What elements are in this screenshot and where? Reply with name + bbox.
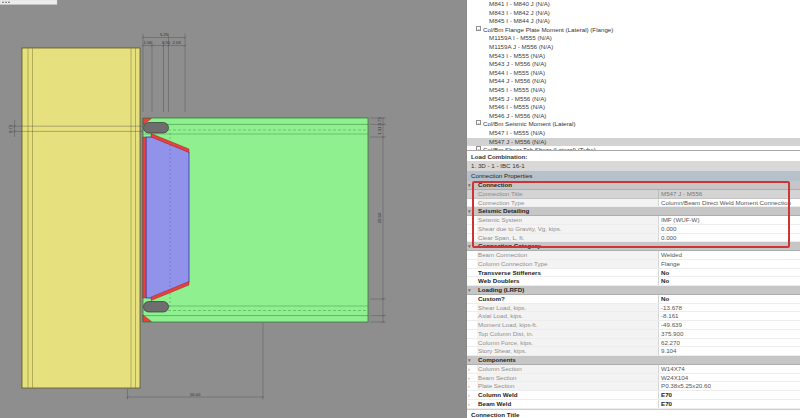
tree-leaf-row[interactable]: M1159A I - M555 (N/A)	[467, 34, 800, 43]
section-header-label: Connection	[477, 181, 512, 189]
tree-leaf-row[interactable]: M547 J - M556 (N/A)	[467, 138, 800, 147]
property-row: Shear due to Gravity, Vg, kips.0.000	[467, 225, 800, 234]
connection-app-window: 5.25 1.06 0.50 2.06 0.75 0.75 1.31 20.60…	[0, 0, 800, 418]
property-value[interactable]: 9.104	[658, 347, 800, 355]
tree-leaf-row[interactable]: M544 J - M556 (N/A)	[467, 77, 800, 86]
property-row: Connection TypeColumn/Beam Direct Weld M…	[467, 199, 800, 208]
dim-right-flange-label: 0.75	[377, 117, 382, 126]
property-value[interactable]: Column/Beam Direct Weld Moment Connectio…	[658, 199, 800, 207]
drawing-toolbar-handle[interactable]	[0, 0, 57, 5]
weld-access-hole-bottom[interactable]	[144, 302, 169, 313]
tree-row-label: Col/Bm Seismic Moment (Lateral)	[483, 120, 576, 127]
tree-leaf-row[interactable]: M545 I - M555 (N/A)	[467, 86, 800, 95]
tree-leaf-row[interactable]: M545 J - M556 (N/A)	[467, 95, 800, 104]
property-value[interactable]: E70	[658, 391, 800, 399]
property-value[interactable]: No	[658, 269, 800, 277]
tree-group-row[interactable]: -Col/Bm Flange Plate Moment (Lateral) (F…	[467, 26, 800, 35]
property-label: Column Section	[477, 365, 658, 373]
dim-right-plate-label: 20.60	[377, 212, 382, 223]
property-row: ›Beam WeldE70	[467, 400, 800, 409]
row-gutter	[467, 269, 477, 277]
load-combination-value[interactable]: 1. 3D - 1 - IBC 16-1	[467, 161, 800, 171]
tree-row-label: M545 J - M556 (N/A)	[489, 95, 546, 102]
row-expand-icon: ›	[467, 374, 477, 382]
property-value[interactable]: No	[658, 277, 800, 285]
tree-leaf-row[interactable]: M1159A J - M556 (N/A)	[467, 43, 800, 52]
tree-row-label: M544 J - M556 (N/A)	[489, 77, 546, 84]
row-gutter	[467, 304, 477, 312]
property-label: Transverse Stiffeners	[477, 269, 658, 277]
property-row: ›Column SectionW14X74	[467, 365, 800, 374]
collapse-minus-icon[interactable]: -	[476, 26, 481, 31]
grip-dots-icon	[2, 1, 4, 3]
connection-elevation-svg: 5.25 1.06 0.50 2.06 0.75 0.75 1.31 20.60…	[0, 0, 466, 418]
property-label: Connection Type	[477, 199, 658, 207]
column-member[interactable]	[22, 48, 140, 388]
tree-row-label: M1159A J - M556 (N/A)	[489, 43, 553, 50]
property-row: Beam ConnectionWelded	[467, 251, 800, 260]
row-gutter	[467, 216, 477, 224]
property-section-header[interactable]: ▾Connection	[467, 181, 800, 190]
row-gutter	[467, 190, 477, 198]
tree-leaf-row[interactable]: M841 I - M840 J (N/A)	[467, 0, 800, 9]
connection-tree[interactable]: M841 I - M840 J (N/A)M843 I - M842 J (N/…	[467, 0, 800, 150]
property-value[interactable]: W24X104	[658, 374, 800, 382]
property-value[interactable]: -13.678	[658, 304, 800, 312]
row-expand-icon: ›	[467, 382, 477, 390]
tree-leaf-row[interactable]: M547 I - M555 (N/A)	[467, 129, 800, 138]
row-gutter	[467, 225, 477, 233]
property-label: Connection Title	[477, 190, 658, 198]
property-row: Web DoublersNo	[467, 277, 800, 286]
property-section-header[interactable]: ▾Connection Category	[467, 242, 800, 251]
tree-row-label: Col/Bm Flange Plate Moment (Lateral) (Fl…	[483, 26, 613, 33]
tree-row-label: M543 I - M555 (N/A)	[489, 52, 545, 59]
row-gutter	[467, 277, 477, 285]
section-collapse-icon: ▾	[467, 286, 477, 294]
property-label: Column Force, kips.	[477, 339, 658, 347]
property-label: Story Shear, kips.	[477, 347, 658, 355]
tree-leaf-row[interactable]: M546 I - M555 (N/A)	[467, 103, 800, 112]
section-header-label: Loading (LRFD)	[477, 286, 524, 294]
property-section-header[interactable]: ▾Components	[467, 356, 800, 365]
weld-access-hole-top[interactable]	[144, 123, 169, 134]
right-panel: M841 I - M840 J (N/A)M843 I - M842 J (N/…	[466, 0, 800, 418]
property-value[interactable]: E70	[658, 400, 800, 408]
property-row: Moment Load, kips-ft.-49.639	[467, 321, 800, 330]
property-value[interactable]: 0.000	[658, 225, 800, 233]
tree-leaf-row[interactable]: M543 I - M555 (N/A)	[467, 52, 800, 61]
tree-leaf-row[interactable]: M544 I - M555 (N/A)	[467, 69, 800, 78]
property-value[interactable]: 375.900	[658, 330, 800, 338]
property-value[interactable]: M547 J - M556	[658, 190, 800, 198]
property-value[interactable]: IMF (WUF-W)	[658, 216, 800, 224]
property-value[interactable]: Welded	[658, 251, 800, 259]
load-combination-label: Load Combination:	[467, 150, 800, 161]
section-collapse-icon: ▾	[467, 181, 477, 189]
tree-leaf-row[interactable]: M543 J - M556 (N/A)	[467, 60, 800, 69]
tree-group-row[interactable]: -Col/Bm Seismic Moment (Lateral)	[467, 120, 800, 129]
row-gutter	[467, 251, 477, 259]
property-label: Plate Section	[477, 382, 658, 390]
property-value[interactable]: -8.161	[658, 312, 800, 320]
dim-top-sub3-label: 2.06	[173, 40, 182, 45]
dim-left-label: 0.75	[8, 124, 13, 133]
property-value[interactable]: No	[658, 295, 800, 303]
tree-leaf-row[interactable]: M546 J - M556 (N/A)	[467, 112, 800, 121]
tree-row-label: M546 J - M556 (N/A)	[489, 112, 546, 119]
property-value[interactable]: 0.000	[658, 234, 800, 242]
property-value[interactable]: -49.639	[658, 321, 800, 329]
elevation-drawing-pane[interactable]: 5.25 1.06 0.50 2.06 0.75 0.75 1.31 20.60…	[0, 0, 466, 418]
property-row: Column Connection TypeFlange	[467, 260, 800, 269]
tree-leaf-row[interactable]: M845 I - M844 J (N/A)	[467, 17, 800, 26]
property-value[interactable]: 62.270	[658, 339, 800, 347]
tree-leaf-row[interactable]: M843 I - M842 J (N/A)	[467, 9, 800, 18]
property-row: Custom?No	[467, 295, 800, 304]
property-row: Connection TitleM547 J - M556	[467, 190, 800, 199]
shear-plate[interactable]	[146, 137, 189, 298]
property-label: Column Connection Type	[477, 260, 658, 268]
property-section-header[interactable]: ▾Seismic Detailing	[467, 207, 800, 216]
property-value[interactable]: Flange	[658, 260, 800, 268]
property-section-header[interactable]: ▾Loading (LRFD)	[467, 286, 800, 295]
property-value[interactable]: P0.38x5.25x20.60	[658, 382, 800, 390]
property-value[interactable]: W14X74	[658, 365, 800, 373]
collapse-minus-icon[interactable]: -	[476, 120, 481, 125]
